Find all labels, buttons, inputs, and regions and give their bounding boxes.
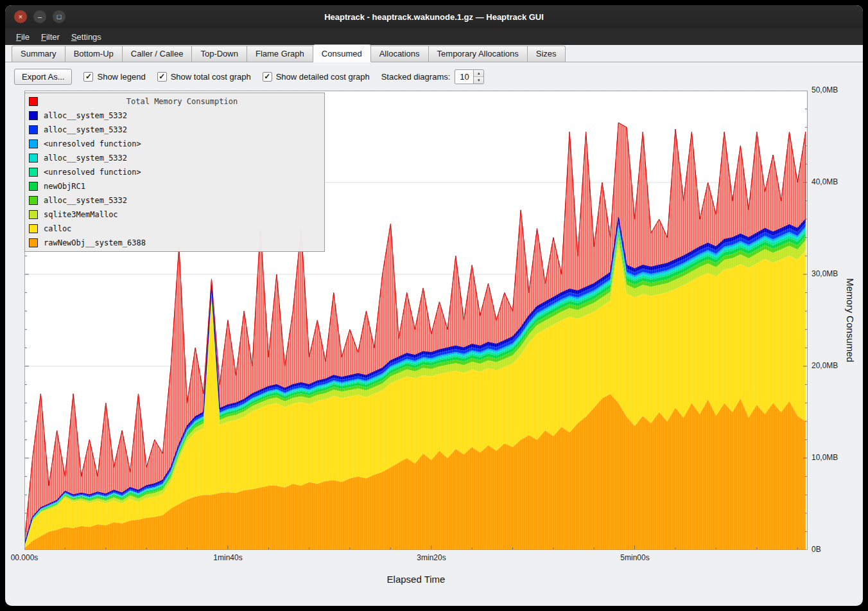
checkbox-box-icon[interactable]: ✓ [83,72,93,82]
legend-item: calloc [25,222,324,236]
spinner-buttons: ▲ ▼ [473,70,483,84]
legend-swatch [29,154,38,163]
menu-file[interactable]: File [10,30,35,44]
x-axis-labels: 00.000s1min40s3min20s5min00s [24,553,808,563]
spinner-down-icon[interactable]: ▼ [474,76,483,84]
tab-top-down[interactable]: Top-Down [192,46,247,62]
legend-label: newObjRC1 [44,182,85,191]
y-tick-label: 40,0MB [812,177,838,186]
tab-flame-graph[interactable]: Flame Graph [247,46,313,62]
tab-sizes[interactable]: Sizes [528,46,566,62]
legend-swatch [29,196,38,205]
legend-label: alloc__system_5332 [44,196,127,205]
legend-label: sqlite3MemMalloc [44,210,118,219]
y-tick-label: 0B [812,545,821,554]
tab-consumed[interactable]: Consumed [313,44,371,62]
checkbox-label: Show total cost graph [171,72,251,82]
checkbox-show-legend[interactable]: ✓Show legend [83,72,145,82]
legend-swatch [29,139,38,148]
toolbar: Export As... ✓Show legend✓Show total cos… [5,67,863,86]
legend-item: alloc__system_5332 [25,151,324,165]
window-controls: ×–□ [14,5,65,28]
tab-bottom-up[interactable]: Bottom-Up [65,46,123,62]
tab-caller-callee[interactable]: Caller / Callee [123,46,193,62]
legend-total-swatch [29,97,38,106]
chart-legend: Total Memory Consumption alloc__system_5… [24,93,325,252]
legend-label: <unresolved function> [44,168,141,177]
legend-swatch [29,168,38,177]
legend-item: alloc__system_5332 [25,193,324,208]
memory-chart[interactable]: Total Memory Consumption alloc__system_5… [24,91,808,550]
legend-swatch [29,224,38,233]
x-tick-label: 00.000s [5,553,53,562]
minimize-icon[interactable]: – [33,10,46,23]
y-axis-title: Memory Consumed [845,91,856,550]
tab-allocations[interactable]: Allocations [371,46,429,62]
toolbar-checkboxes: ✓Show legend✓Show total cost graph✓Show … [83,72,369,82]
legend-label: rawNewObj__system_6388 [44,238,146,247]
menu-filter[interactable]: Filter [35,30,65,44]
x-tick-label: 1min40s [199,553,257,562]
legend-item: newObjRC1 [25,179,324,193]
legend-item: rawNewObj__system_6388 [25,236,324,250]
legend-title: Total Memory Consumption [44,97,320,106]
tab-summary[interactable]: Summary [12,46,65,62]
legend-item: alloc__system_5332 [25,109,324,123]
legend-item: alloc__system_5332 [25,123,324,137]
tab-bar: SummaryBottom-UpCaller / CalleeTop-DownF… [5,45,863,62]
x-axis-title: Elapsed Time [24,574,808,585]
legend-label: <unresolved function> [44,139,141,148]
y-tick-label: 10,0MB [812,453,838,462]
legend-title-row: Total Memory Consumption [25,94,324,109]
legend-swatch [29,125,38,134]
legend-items: alloc__system_5332alloc__system_5332<unr… [25,109,324,250]
checkbox-box-icon[interactable]: ✓ [157,72,167,82]
legend-label: alloc__system_5332 [44,111,127,120]
y-tick-label: 30,0MB [812,269,838,278]
stacked-diagrams-value[interactable]: 10 [455,70,473,84]
maximize-icon[interactable]: □ [53,10,65,23]
legend-label: calloc [44,224,71,233]
tab-temporary-allocations[interactable]: Temporary Allocations [429,46,528,62]
export-as-button[interactable]: Export As... [14,69,72,85]
stacked-diagrams-spinner[interactable]: 10 ▲ ▼ [455,69,484,84]
y-tick-label: 50,0MB [812,85,838,94]
menu-settings[interactable]: Settings [65,30,107,44]
title-bar: ×–□ Heaptrack - heaptrack.wakunode.1.gz … [5,5,863,28]
app-window: ×–□ Heaptrack - heaptrack.wakunode.1.gz … [5,5,863,606]
legend-swatch [29,111,38,120]
window-title: Heaptrack - heaptrack.wakunode.1.gz — He… [5,12,863,22]
legend-item: sqlite3MemMalloc [25,208,324,222]
legend-item: <unresolved function> [25,137,324,151]
checkbox-label: Show detailed cost graph [276,72,370,82]
checkbox-label: Show legend [97,72,145,82]
x-tick-label: 5min00s [606,553,664,562]
stacked-diagrams-label: Stacked diagrams: [381,72,451,82]
checkbox-show-detailed-cost-graph[interactable]: ✓Show detailed cost graph [263,72,370,82]
stacked-diagrams-control: Stacked diagrams: 10 ▲ ▼ [381,69,485,84]
spinner-up-icon[interactable]: ▲ [474,70,483,76]
legend-label: alloc__system_5332 [44,125,127,134]
close-icon[interactable]: × [14,10,27,23]
checkbox-box-icon[interactable]: ✓ [263,72,272,82]
x-tick-label: 3min20s [403,553,460,562]
legend-item: <unresolved function> [25,165,324,179]
legend-swatch [29,182,38,191]
legend-swatch [29,210,38,219]
y-tick-label: 20,0MB [812,361,838,370]
legend-label: alloc__system_5332 [44,154,127,163]
menu-bar: FileFilterSettings [5,28,863,45]
checkbox-show-total-cost-graph[interactable]: ✓Show total cost graph [157,72,251,82]
legend-swatch [29,238,38,247]
